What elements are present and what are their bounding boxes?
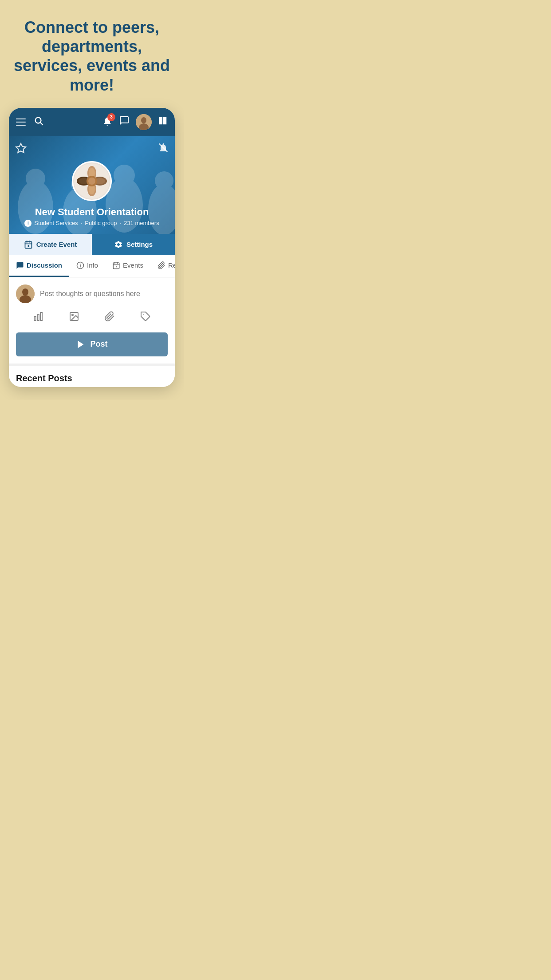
svg-line-1 [40,122,43,125]
svg-point-10 [114,165,135,186]
svg-point-25 [88,178,95,185]
svg-point-47 [72,314,73,316]
svg-rect-44 [37,314,39,320]
settings-button[interactable]: Settings [92,234,175,255]
group-meta: i Student Services · Public group · 231 … [24,220,159,227]
favorite-button[interactable] [15,142,27,157]
group-logo [72,161,112,201]
calendar-plus-icon [24,240,33,249]
tab-info[interactable]: Info [69,255,105,277]
tab-discussion-label: Discussion [27,261,62,269]
svg-point-3 [141,117,146,123]
tab-resources-label: Resour… [168,261,175,269]
group-category: Student Services [34,220,78,226]
svg-rect-45 [40,312,42,320]
group-type: Public group [85,220,117,226]
svg-rect-35 [113,263,119,269]
svg-marker-13 [16,143,26,153]
group-members: 231 members [124,220,159,226]
svg-point-12 [155,171,173,190]
tab-discussion[interactable]: Discussion [9,255,69,277]
nav-right: 3 [102,114,168,130]
search-button[interactable] [34,116,43,128]
compose-row [16,285,168,303]
recent-posts-section: Recent Posts [9,366,175,387]
compose-input[interactable] [40,290,168,298]
tab-events-label: Events [123,261,143,269]
notification-badge: 3 [107,113,115,121]
discussion-icon [16,261,24,269]
menu-button[interactable] [16,119,26,126]
tabs-bar: Discussion Info Events Resour [9,255,175,277]
notifications-button[interactable]: 3 [102,116,113,128]
mute-button[interactable] [158,142,169,156]
group-banner: New Student Orientation i Student Servic… [9,136,175,234]
recent-posts-title: Recent Posts [16,373,168,383]
post-compose-area: Post [9,277,175,366]
tag-tool-button[interactable] [135,309,156,326]
create-event-button[interactable]: Create Event [9,234,92,255]
svg-point-6 [26,169,45,188]
send-icon [76,340,86,349]
group-name: New Student Orientation [35,206,149,218]
image-tool-button[interactable] [63,309,85,326]
svg-point-41 [22,288,28,296]
settings-gear-icon [114,240,123,249]
chat-button[interactable] [119,115,130,129]
info-tab-icon [76,261,84,269]
post-button-label: Post [90,340,107,349]
resources-icon [157,261,165,269]
tab-events[interactable]: Events [105,255,150,277]
group-actions: Create Event Settings [9,234,175,255]
settings-label: Settings [126,241,153,248]
attachment-tool-button[interactable] [99,309,120,326]
phone-frame: 3 [9,108,175,387]
top-nav: 3 [9,108,175,136]
hero-section: Connect to peers, departments, services,… [0,0,184,108]
nav-left [16,116,43,128]
compose-tools [16,309,168,326]
user-avatar-compose [16,285,35,303]
tab-info-label: Info [87,261,98,269]
create-event-label: Create Event [36,241,77,248]
tab-resources[interactable]: Resour… [150,255,175,277]
post-button[interactable]: Post [16,332,168,356]
poll-tool-button[interactable] [28,309,49,326]
svg-marker-49 [78,341,84,348]
svg-rect-43 [34,316,36,320]
split-view-button[interactable] [158,116,168,128]
info-icon: i [24,220,31,227]
events-icon [112,261,120,269]
user-avatar-nav[interactable] [136,114,152,130]
hero-title: Connect to peers, departments, services,… [13,18,170,95]
